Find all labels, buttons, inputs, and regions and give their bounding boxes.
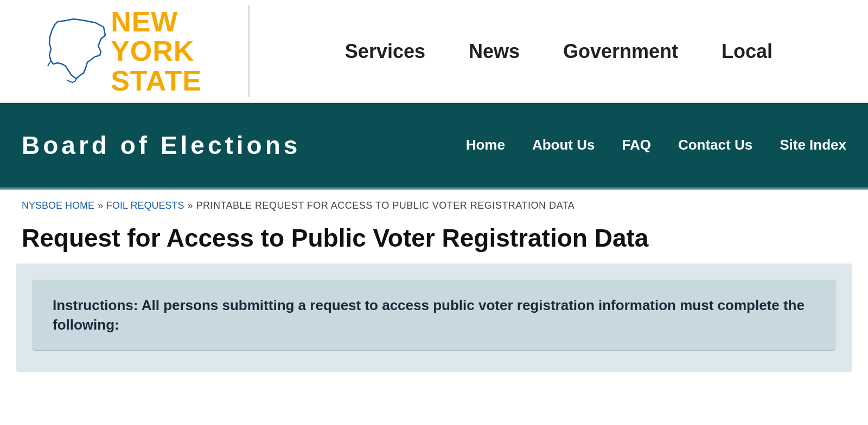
boe-nav-faq[interactable]: FAQ — [622, 137, 650, 153]
page-title: Request for Access to Public Voter Regis… — [0, 217, 868, 263]
breadcrumb: NYSBOE HOME » FOIL REQUESTS » PRINTABLE … — [0, 190, 868, 217]
instructions-box: Instructions: All persons submitting a r… — [33, 280, 835, 351]
breadcrumb-home-link[interactable]: NYSBOE HOME — [22, 200, 94, 211]
nys-logo-area: NEW YORK STATE — [0, 5, 250, 97]
nys-header: NEW YORK STATE Services News Government … — [0, 0, 868, 103]
boe-nav-contact-us[interactable]: Contact Us — [678, 137, 752, 153]
nys-logo-text: NEW YORK STATE — [111, 7, 202, 96]
boe-nav-about-us[interactable]: About Us — [532, 137, 595, 153]
instructions-text: Instructions: All persons submitting a r… — [53, 295, 815, 335]
nav-government[interactable]: Government — [563, 40, 678, 63]
breadcrumb-separator-1: » — [98, 200, 103, 211]
boe-nav-site-index[interactable]: Site Index — [780, 137, 846, 153]
nys-logo: NEW YORK STATE — [47, 7, 202, 96]
content-area: Instructions: All persons submitting a r… — [16, 263, 852, 372]
nav-local[interactable]: Local — [722, 40, 773, 63]
boe-nav: Home About Us FAQ Contact Us Site Index — [333, 137, 846, 153]
nys-nav: Services News Government Local — [250, 40, 868, 63]
ny-state-icon — [47, 16, 106, 87]
boe-nav-home[interactable]: Home — [466, 137, 505, 153]
breadcrumb-separator-2: » — [187, 200, 193, 211]
nav-news[interactable]: News — [469, 40, 520, 63]
breadcrumb-foil-link[interactable]: FOIL REQUESTS — [106, 200, 184, 211]
breadcrumb-current: PRINTABLE REQUEST FOR ACCESS TO PUBLIC V… — [196, 200, 575, 211]
boe-header: Board of Elections Home About Us FAQ Con… — [0, 103, 868, 187]
nav-services[interactable]: Services — [345, 40, 425, 63]
boe-title: Board of Elections — [22, 131, 301, 160]
